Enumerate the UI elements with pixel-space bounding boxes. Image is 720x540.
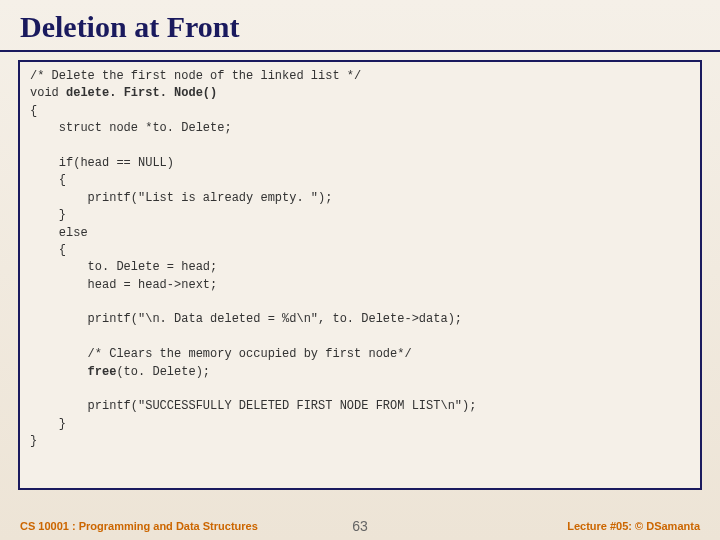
code-block: /* Delete the first node of the linked l…	[18, 60, 702, 490]
footer-right: Lecture #05: © DSamanta	[567, 520, 700, 532]
code-line: {	[30, 243, 66, 257]
page-number: 63	[352, 518, 368, 534]
code-line: printf("SUCCESSFULLY DELETED FIRST NODE …	[30, 399, 476, 413]
code-line: void	[30, 86, 66, 100]
code-line: printf("List is already empty. ");	[30, 191, 332, 205]
code-line: struct node *to. Delete;	[30, 121, 232, 135]
code-line: if(head == NULL)	[30, 156, 174, 170]
code-line: }	[30, 208, 66, 222]
code-line: {	[30, 104, 37, 118]
code-bold: delete. First. Node()	[66, 86, 217, 100]
code-line: {	[30, 173, 66, 187]
code-line: /* Clears the memory occupied by first n…	[30, 347, 412, 361]
code-line: to. Delete = head;	[30, 260, 217, 274]
code-line: else	[30, 226, 88, 240]
code-line: /* Delete the first node of the linked l…	[30, 69, 361, 83]
code-line: }	[30, 417, 66, 431]
code-line: printf("\n. Data deleted = %d\n", to. De…	[30, 312, 462, 326]
page-title: Deletion at Front	[0, 0, 720, 52]
code-line: }	[30, 434, 37, 448]
code-line	[30, 365, 88, 379]
footer-left: CS 10001 : Programming and Data Structur…	[20, 520, 258, 532]
code-line: (to. Delete);	[116, 365, 210, 379]
code-line: head = head->next;	[30, 278, 217, 292]
code-content: /* Delete the first node of the linked l…	[30, 68, 690, 451]
footer: CS 10001 : Programming and Data Structur…	[0, 520, 720, 532]
code-bold: free	[88, 365, 117, 379]
